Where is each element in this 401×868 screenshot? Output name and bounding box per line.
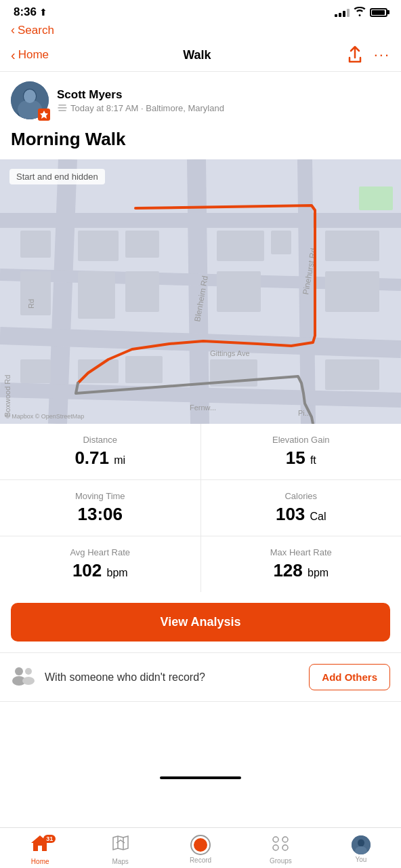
home-icon: 31 bbox=[30, 833, 50, 856]
people-icon bbox=[11, 666, 35, 689]
record-button-icon bbox=[190, 835, 211, 855]
nav-you[interactable]: You bbox=[321, 835, 401, 863]
search-back-button[interactable]: ‹ Search bbox=[11, 23, 390, 37]
svg-marker-42 bbox=[113, 836, 128, 850]
svg-point-43 bbox=[273, 837, 278, 842]
groups-icon bbox=[270, 834, 291, 856]
nav-avatar bbox=[352, 835, 371, 854]
search-nav: ‹ Search bbox=[0, 22, 401, 41]
svg-rect-17 bbox=[125, 271, 159, 312]
chevron-left-icon: ‹ bbox=[11, 23, 15, 37]
svg-rect-18 bbox=[78, 359, 119, 383]
stats-grid: Distance 0.71 mi Elevation Gain 15 ft Mo… bbox=[0, 424, 401, 592]
svg-point-40 bbox=[25, 668, 32, 675]
stat-avg-hr-label: Avg Heart Rate bbox=[14, 547, 187, 557]
stat-distance: Distance 0.71 mi bbox=[0, 424, 201, 479]
walk-icon bbox=[57, 104, 68, 112]
signal-bars bbox=[335, 7, 350, 17]
home-indicator bbox=[0, 770, 401, 786]
nav-home-label: Home bbox=[31, 858, 49, 865]
svg-rect-26 bbox=[20, 231, 51, 258]
stat-max-hr: Max Heart Rate 128 bpm bbox=[201, 536, 402, 592]
social-left: With someone who didn't record? bbox=[11, 666, 205, 689]
svg-point-41 bbox=[22, 677, 35, 685]
svg-line-12 bbox=[0, 390, 401, 400]
svg-rect-23 bbox=[271, 231, 291, 254]
svg-point-46 bbox=[282, 845, 288, 850]
svg-text:Fernw...: Fernw... bbox=[190, 403, 216, 412]
svg-text:Rd: Rd bbox=[27, 299, 35, 309]
svg-point-4 bbox=[24, 90, 36, 103]
nav-record-label: Record bbox=[190, 856, 211, 864]
stat-time: Moving Time 13:06 bbox=[0, 480, 201, 536]
share-button[interactable] bbox=[345, 45, 364, 64]
maps-icon bbox=[111, 833, 130, 856]
status-icons bbox=[335, 7, 387, 18]
maps-svg bbox=[111, 833, 130, 852]
svg-rect-20 bbox=[217, 231, 264, 261]
header-actions: ··· bbox=[345, 45, 390, 64]
location-icon: ⬆ bbox=[39, 7, 47, 18]
svg-marker-5 bbox=[40, 111, 48, 119]
nav-home[interactable]: 31 Home bbox=[0, 833, 80, 865]
page-title: Walk bbox=[183, 48, 211, 62]
svg-point-48 bbox=[358, 840, 364, 847]
stat-calories-label: Calories bbox=[215, 491, 388, 501]
nav-you-label: You bbox=[355, 856, 366, 863]
back-home-label: Home bbox=[18, 48, 49, 62]
activity-title: Morning Walk bbox=[11, 129, 390, 150]
map-copyright: © Mapbox © OpenStreetMap bbox=[5, 413, 84, 420]
home-badge: 31 bbox=[43, 835, 56, 843]
view-analysis-button[interactable]: View Analysis bbox=[11, 603, 390, 642]
stat-avg-hr-value: 102 bpm bbox=[14, 560, 187, 581]
nav-record[interactable]: Record bbox=[161, 835, 240, 864]
wifi-icon bbox=[354, 7, 366, 18]
stat-elevation: Elevation Gain 15 ft bbox=[201, 424, 402, 479]
stat-max-hr-label: Max Heart Rate bbox=[215, 547, 388, 557]
svg-rect-25 bbox=[325, 271, 379, 312]
svg-rect-16 bbox=[78, 271, 115, 319]
nav-maps[interactable]: Maps bbox=[80, 833, 160, 865]
stat-distance-label: Distance bbox=[14, 435, 187, 445]
groups-svg bbox=[270, 834, 291, 852]
map-hidden-label: Start and end hidden bbox=[9, 169, 105, 184]
svg-rect-27 bbox=[20, 271, 51, 315]
nav-maps-label: Maps bbox=[112, 858, 128, 865]
avatar-container bbox=[11, 81, 49, 119]
svg-rect-15 bbox=[125, 231, 159, 258]
record-icon bbox=[190, 835, 211, 855]
record-button-inner bbox=[194, 838, 207, 852]
status-bar: 8:36 ⬆ bbox=[0, 0, 401, 22]
back-home-button[interactable]: ‹ Home bbox=[11, 47, 49, 63]
svg-rect-21 bbox=[217, 271, 261, 312]
nav-groups-label: Groups bbox=[270, 857, 292, 865]
stat-time-value: 13:06 bbox=[14, 504, 187, 525]
svg-point-38 bbox=[15, 667, 23, 675]
user-meta-text: Today at 8:17 AM · Baltimore, Maryland bbox=[70, 103, 224, 113]
svg-rect-29 bbox=[325, 359, 379, 390]
svg-rect-19 bbox=[125, 356, 163, 383]
user-info: Scott Myers Today at 8:17 AM · Baltimore… bbox=[0, 72, 401, 126]
page-header: ‹ Home Walk ··· bbox=[0, 41, 401, 72]
stat-distance-value: 0.71 mi bbox=[14, 448, 187, 469]
nav-groups[interactable]: Groups bbox=[240, 834, 320, 865]
stat-avg-hr: Avg Heart Rate 102 bpm bbox=[0, 536, 201, 592]
user-meta: Today at 8:17 AM · Baltimore, Maryland bbox=[57, 103, 224, 113]
home-icon-shape: 31 bbox=[30, 837, 50, 856]
stats-row-3: Avg Heart Rate 102 bpm Max Heart Rate 12… bbox=[0, 536, 401, 592]
social-prompt-text: With someone who didn't record? bbox=[45, 671, 205, 684]
user-details: Scott Myers Today at 8:17 AM · Baltimore… bbox=[57, 88, 224, 113]
add-others-button[interactable]: Add Others bbox=[309, 664, 390, 690]
stats-row-1: Distance 0.71 mi Elevation Gain 15 ft bbox=[0, 424, 401, 480]
stats-row-2: Moving Time 13:06 Calories 103 Cal bbox=[0, 480, 401, 536]
battery-icon bbox=[370, 8, 387, 17]
home-indicator-bar bbox=[160, 776, 241, 779]
bottom-nav: 31 Home Maps Record bbox=[0, 827, 401, 868]
svg-rect-30 bbox=[359, 186, 393, 210]
more-button[interactable]: ··· bbox=[374, 46, 390, 64]
svg-text:Gittings Ave: Gittings Ave bbox=[210, 349, 250, 357]
stat-calories-value: 103 Cal bbox=[215, 504, 388, 525]
stat-time-label: Moving Time bbox=[14, 491, 187, 501]
stat-elevation-value: 15 ft bbox=[215, 448, 388, 469]
more-dots-icon: ··· bbox=[374, 46, 390, 63]
